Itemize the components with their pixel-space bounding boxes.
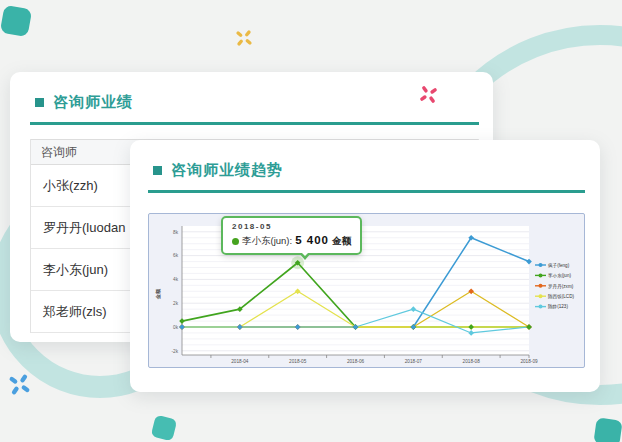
flower-icon: [231, 25, 257, 51]
x-tick-label: 2018-04: [231, 359, 249, 364]
legend-label: 陈静(123): [548, 303, 568, 310]
series-dot-icon: [232, 238, 239, 245]
y-axis-title: 金额: [155, 288, 161, 300]
x-tick-label: 2018-07: [405, 359, 423, 364]
tooltip-date: 2018-05: [232, 222, 351, 231]
legend-item[interactable]: 疯子(feng): [535, 263, 570, 268]
legend-marker-icon: [539, 263, 543, 267]
chart-card-title: 咨询师业绩趋势: [171, 161, 283, 180]
legend-marker-icon: [539, 273, 543, 277]
page-title: 咨询师业绩: [53, 93, 133, 112]
title-underline: [148, 190, 585, 193]
legend-item[interactable]: 罗丹丹(zxm): [535, 284, 574, 290]
tooltip-series-label: 李小东(jun):: [242, 235, 292, 248]
flower-icon: [415, 81, 442, 108]
square-decoration-top-left: [0, 5, 32, 37]
trend-line-chart[interactable]: -2k0k2k4k6k8k2018-042018-052018-062018-0…: [149, 214, 586, 369]
legend-item[interactable]: 李小东(jun): [535, 273, 571, 278]
y-tick-label: 0k: [173, 325, 179, 330]
x-tick-label: 2018-05: [289, 359, 307, 364]
legend-label: 李小东(jun): [548, 273, 571, 278]
legend-item[interactable]: 陈静(123): [535, 303, 568, 310]
legend-item[interactable]: 陈西饭(LCD): [535, 293, 575, 300]
legend-marker-icon: [539, 294, 543, 298]
chart-tooltip: 2018-05 李小东(jun): 5 400 金额: [221, 216, 362, 255]
title-bullet-icon: [153, 166, 162, 175]
legend-marker-icon: [539, 284, 543, 288]
y-tick-label: 6k: [173, 253, 179, 258]
trend-chart-panel: -2k0k2k4k6k8k2018-042018-052018-062018-0…: [148, 213, 585, 368]
flower-icon: [4, 369, 35, 400]
dashboard-page: 咨询师业绩 咨询师 小张(zzh)罗丹丹(luodan李小东(jun)郑老师(z…: [0, 0, 622, 442]
x-tick-label: 2018-09: [520, 359, 538, 364]
y-tick-label: 4k: [173, 277, 179, 282]
legend-label: 疯子(feng): [548, 263, 570, 268]
consultant-trend-card: 咨询师业绩趋势 -2k0k2k4k6k8k2018-042018-052018-…: [130, 140, 600, 392]
title-underline: [30, 122, 479, 125]
tooltip-unit: 金额: [332, 235, 351, 248]
square-decoration-bottom-center: [151, 415, 178, 442]
x-tick-label: 2018-08: [463, 359, 481, 364]
y-tick-label: 2k: [173, 301, 179, 306]
card-title-row: 咨询师业绩趋势: [153, 160, 585, 181]
x-tick-label: 2018-06: [347, 359, 365, 364]
tooltip-value: 5 400: [295, 234, 329, 246]
y-tick-label: -2k: [171, 349, 178, 354]
square-decoration-bottom-right: [593, 417, 622, 442]
legend-marker-icon: [539, 305, 543, 309]
legend-label: 罗丹丹(zxm): [548, 284, 574, 290]
y-tick-label: 8k: [173, 230, 179, 235]
card-title-row: 咨询师业绩: [35, 92, 479, 113]
legend-label: 陈西饭(LCD): [548, 293, 575, 300]
title-bullet-icon: [35, 98, 44, 107]
